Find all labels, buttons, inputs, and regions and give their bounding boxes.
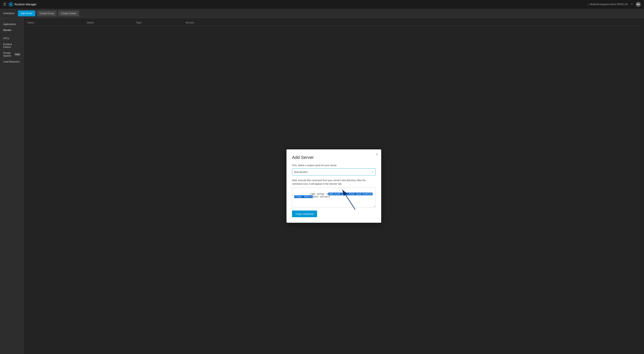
command-suffix: test-server1 [313,195,330,198]
subbar: SANDBOX Add Server Create Group Create C… [0,9,644,18]
modal-close-button[interactable]: × [376,153,378,156]
sidebar-item-vpcs[interactable]: VPCs [0,35,24,41]
server-name-field-wrapper: ✓ [292,168,376,175]
logo-icon [9,2,13,6]
modal-name-label: First, define a unique name for your ser… [292,164,376,167]
copy-command-button[interactable]: Copy command [292,211,317,217]
topbar-right: ♫ MuleSoft Anypoint Admin PROD-US ? RA [587,2,641,7]
main-layout: Applications Servers VPCs Runtime Fabric… [0,18,644,354]
tab-add-server[interactable]: Add Server [18,10,35,16]
modal-overlay: × Add Server First, define a unique name… [24,18,644,354]
content-area: Name ↑ Status Type Version × Add Server … [24,18,644,354]
sidebar: Applications Servers VPCs Runtime Fabric… [0,18,24,354]
user-info: ♫ MuleSoft Anypoint Admin PROD-US [587,3,628,6]
modal-title: Add Server [292,155,376,160]
logo-area: Runtime Manager [9,2,36,6]
new-badge: NEW [14,53,20,55]
topbar: ☰ Runtime Manager ♫ MuleSoft Anypoint Ad… [0,0,644,9]
avatar-button[interactable]: RA [636,2,641,7]
add-server-modal: × Add Server First, define a unique name… [286,149,381,223]
server-name-input[interactable] [292,168,376,175]
sandbox-label: SANDBOX [3,12,15,14]
sidebar-item-runtime-fabrics[interactable]: Runtime Fabrics [0,41,24,50]
sidebar-item-load-balancers[interactable]: Load Balancers [0,59,24,65]
command-prefix: ./amc_setup -H [308,193,328,195]
logo-inner [10,3,12,5]
hamburger-icon[interactable]: ☰ [3,2,6,6]
input-valid-icon: ✓ [371,170,374,173]
tab-create-group[interactable]: Create Group [37,10,57,16]
user-text: MuleSoft Anypoint Admin PROD-US [590,3,628,6]
topbar-left: ☰ Runtime Manager [3,2,36,6]
modal-command-label: Next, execute this command from your ser… [292,179,376,186]
tab-create-cluster[interactable]: Create Cluster [58,10,79,16]
sidebar-item-servers[interactable]: Servers [0,27,24,33]
user-icon: ♫ [587,3,589,6]
command-token: a0dc3a38-134a-431d-a5e9-be0416177a5d--69… [294,193,373,198]
app-title: Runtime Manager [14,3,36,6]
help-button[interactable]: ? [631,3,632,6]
sidebar-item-private-spaces[interactable]: Private Spaces NEW [0,50,24,59]
command-box[interactable]: ./amc_setup -Ha0dc3a38-134a-431d-a5e9-be… [292,188,376,207]
sidebar-item-applications[interactable]: Applications [0,21,24,27]
